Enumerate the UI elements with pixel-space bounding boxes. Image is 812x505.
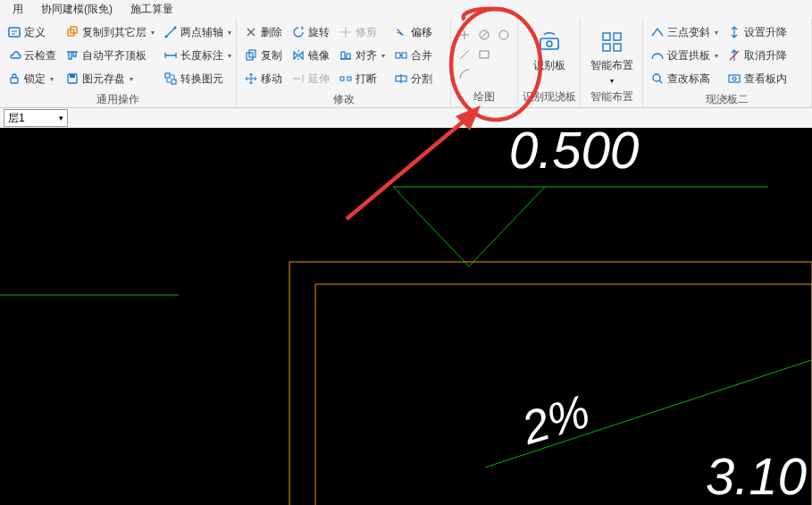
ribbon-group-draw: 绘图 bbox=[451, 19, 518, 107]
ribbon-group-general: 定义 云检查 锁定 ▾ 复制到其它层 ▾ bbox=[0, 19, 237, 107]
rotate-icon bbox=[291, 25, 306, 39]
recognize-board-label: 识别板 bbox=[533, 58, 565, 73]
trim-icon bbox=[339, 25, 353, 39]
break-button[interactable]: 打断 bbox=[337, 69, 387, 88]
set-arch-button[interactable]: 设置拱板 ▾ bbox=[649, 46, 720, 65]
define-button[interactable]: 定义 bbox=[5, 22, 58, 42]
recognize-board-button[interactable]: 识别板 bbox=[527, 22, 572, 73]
smart-layout-button[interactable]: 智能布置 ▾ bbox=[590, 22, 634, 85]
menu-item-use[interactable]: 用 bbox=[4, 2, 32, 17]
shape-line-button[interactable] bbox=[456, 46, 473, 63]
shape-palette bbox=[456, 22, 513, 83]
mirror-label: 镜像 bbox=[308, 48, 330, 63]
split-button[interactable]: 分割 bbox=[392, 69, 434, 88]
auto-align-top-button[interactable]: 自动平齐顶板 bbox=[63, 46, 156, 65]
three-point-slope-button[interactable]: 三点变斜 ▾ bbox=[649, 22, 720, 42]
svg-rect-25 bbox=[614, 33, 621, 40]
save-element-button[interactable]: 图元存盘 ▾ bbox=[63, 69, 156, 88]
rotate-label: 旋转 bbox=[308, 25, 330, 40]
shape-blank bbox=[475, 65, 493, 83]
align-button[interactable]: 对齐 ▾ bbox=[337, 46, 387, 65]
copy-layer-icon bbox=[65, 25, 80, 39]
set-arch-icon bbox=[650, 48, 665, 63]
auto-align-top-label: 自动平齐顶板 bbox=[82, 48, 146, 63]
cancel-lift-button[interactable]: 取消升降 bbox=[725, 46, 789, 65]
convert-element-icon bbox=[163, 72, 178, 86]
break-label: 打断 bbox=[356, 72, 377, 87]
svg-rect-1 bbox=[11, 78, 18, 83]
ribbon-group-smart-layout: 智能布置 ▾ 智能布置 bbox=[581, 19, 643, 107]
auto-align-icon bbox=[65, 48, 80, 63]
dropdown-arrow-icon: ▾ bbox=[715, 29, 718, 37]
shape-circle-button[interactable] bbox=[495, 26, 513, 44]
copy-to-layer-button[interactable]: 复制到其它层 ▾ bbox=[63, 22, 156, 42]
svg-rect-24 bbox=[603, 33, 610, 40]
split-label: 分割 bbox=[411, 72, 432, 87]
shape-blank bbox=[495, 46, 513, 63]
shape-point-button[interactable] bbox=[456, 26, 473, 44]
length-dim-button[interactable]: 长度标注 ▾ bbox=[162, 46, 233, 65]
svg-point-20 bbox=[499, 30, 508, 39]
layer-combo-value: 层1 bbox=[8, 111, 25, 126]
delete-button[interactable]: 删除 bbox=[242, 22, 284, 42]
shape-arc-button[interactable] bbox=[456, 65, 473, 83]
define-icon bbox=[7, 25, 21, 39]
define-label: 定义 bbox=[24, 25, 46, 40]
drawing-canvas[interactable]: 0.500 2% 3.10 bbox=[0, 128, 812, 505]
set-lift-icon bbox=[727, 25, 741, 39]
convert-element-label: 转换图元 bbox=[180, 72, 223, 87]
dropdown-arrow-icon: ▾ bbox=[228, 29, 231, 37]
svg-rect-12 bbox=[341, 52, 345, 59]
delete-icon bbox=[244, 25, 258, 39]
move-icon bbox=[244, 72, 258, 86]
group-label-recognize: 识别现浇板 bbox=[518, 89, 580, 107]
three-point-slope-label: 三点变斜 bbox=[667, 25, 710, 40]
two-point-axis-button[interactable]: 两点辅轴 ▾ bbox=[162, 22, 233, 42]
split-icon bbox=[394, 72, 408, 86]
group-label-draw: 绘图 bbox=[451, 89, 517, 107]
copy-label: 复制 bbox=[261, 48, 282, 63]
recognize-icon bbox=[537, 29, 562, 55]
svg-rect-15 bbox=[347, 77, 351, 80]
merge-button[interactable]: 合并 bbox=[392, 46, 434, 65]
menu-item-collab-model[interactable]: 协同建模(限免) bbox=[32, 2, 121, 17]
merge-icon bbox=[394, 48, 408, 63]
copy-button[interactable]: 复制 bbox=[242, 46, 284, 65]
set-lift-label: 设置升降 bbox=[744, 25, 787, 40]
shape-circle-slash-button[interactable] bbox=[475, 26, 493, 44]
save-element-label: 图元存盘 bbox=[82, 72, 125, 87]
cloud-check-icon bbox=[7, 48, 21, 63]
smart-layout-icon bbox=[599, 29, 624, 55]
layer-combo[interactable]: 层1 ▾ bbox=[4, 109, 68, 127]
check-elevation-button[interactable]: 查改标高 bbox=[649, 69, 720, 88]
menu-item-construction-calc[interactable]: 施工算量 bbox=[121, 2, 182, 17]
break-icon bbox=[339, 72, 353, 86]
cloud-check-button[interactable]: 云检查 bbox=[5, 46, 58, 65]
move-button[interactable]: 移动 bbox=[242, 69, 284, 88]
svg-rect-21 bbox=[480, 51, 489, 58]
convert-element-button[interactable]: 转换图元 bbox=[162, 69, 233, 88]
check-elev-icon bbox=[650, 72, 665, 86]
canvas-text-slope: 2% bbox=[515, 385, 596, 455]
rotate-button[interactable]: 旋转 bbox=[289, 22, 331, 42]
view-inner-button[interactable]: 查看板内 bbox=[725, 69, 789, 88]
offset-button[interactable]: 偏移 bbox=[392, 22, 434, 42]
trim-label: 修剪 bbox=[356, 25, 377, 40]
set-lift-button[interactable]: 设置升降 bbox=[725, 22, 789, 42]
offset-label: 偏移 bbox=[411, 25, 432, 40]
svg-point-6 bbox=[165, 36, 168, 38]
view-inner-icon bbox=[727, 72, 741, 86]
svg-point-28 bbox=[653, 74, 660, 81]
align-label: 对齐 bbox=[356, 48, 377, 63]
cancel-lift-icon bbox=[727, 48, 741, 63]
align-icon bbox=[339, 48, 353, 63]
extend-icon bbox=[291, 72, 306, 86]
shape-rect-button[interactable] bbox=[475, 46, 493, 63]
offset-icon bbox=[394, 25, 408, 39]
menubar: 用 协同建模(限免) 施工算量 bbox=[0, 0, 812, 19]
svg-rect-5 bbox=[70, 74, 75, 78]
length-dim-icon bbox=[163, 48, 178, 63]
lock-button[interactable]: 锁定 ▾ bbox=[5, 69, 58, 88]
mirror-button[interactable]: 镜像 bbox=[289, 46, 331, 65]
two-point-axis-icon bbox=[163, 25, 178, 39]
